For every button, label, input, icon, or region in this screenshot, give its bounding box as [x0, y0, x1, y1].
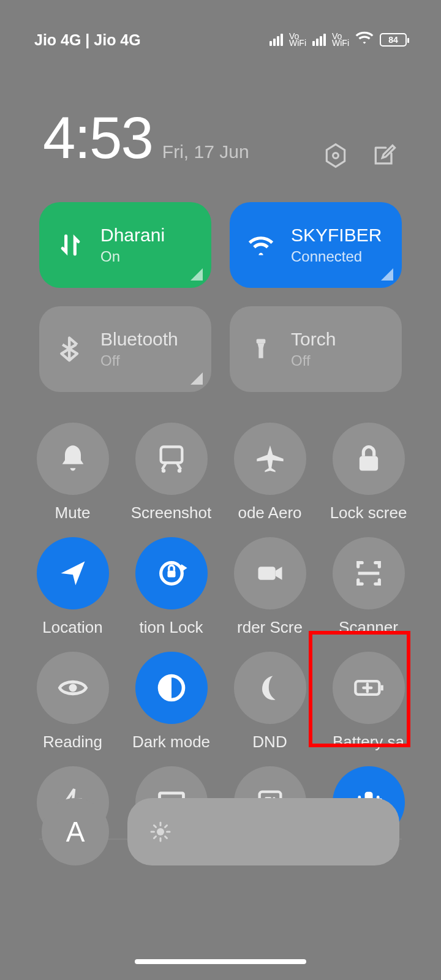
svg-line-24: [154, 826, 156, 827]
svg-point-1: [333, 153, 339, 159]
dark-mode-toggle[interactable]: [135, 652, 208, 724]
tile-title: SKYFIBER: [291, 225, 382, 246]
camera-icon: [254, 557, 286, 589]
scanner-toggle[interactable]: [333, 537, 405, 609]
tile-label: ode Aero: [238, 503, 301, 522]
tile-label: DND: [252, 733, 287, 752]
status-icons: VoWiFi VoWiFi 84: [270, 31, 407, 49]
tile-sub: On: [100, 248, 165, 265]
wide-tiles-grid: Dharani On SKYFIBER Connected Bluetooth …: [0, 190, 441, 404]
eye-icon: [57, 672, 89, 704]
reading-mode-toggle[interactable]: [37, 652, 109, 724]
scanner-icon: [353, 557, 385, 589]
expand-corner-icon: [190, 372, 203, 385]
tile-label: Location: [42, 618, 102, 637]
rotation-lock-toggle[interactable]: [135, 537, 208, 609]
tile-label: tion Lock: [139, 618, 203, 637]
bell-icon: [57, 443, 89, 475]
tile-label: Dark mode: [132, 733, 210, 752]
vowifi-icon-2: VoWiFi: [332, 33, 349, 47]
expand-corner-icon: [381, 268, 393, 281]
svg-line-25: [165, 837, 167, 839]
screenshot-toggle[interactable]: [135, 423, 208, 495]
tile-label: Scanner: [339, 618, 398, 637]
tile-label: rder Scre: [237, 618, 303, 637]
tile-label: Lock scree: [330, 503, 407, 522]
location-icon: [57, 557, 89, 589]
signal-icon-2: [312, 34, 326, 46]
rotation-lock-icon: [156, 557, 187, 589]
home-indicator[interactable]: [135, 959, 306, 964]
tile-title: Dharani: [100, 225, 165, 246]
auto-brightness-button[interactable]: A: [42, 798, 109, 865]
svg-rect-8: [167, 571, 175, 578]
battery-saver-toggle[interactable]: [333, 652, 405, 724]
lockscreen-toggle[interactable]: [333, 423, 405, 495]
svg-rect-3: [160, 447, 182, 463]
screenrecord-toggle[interactable]: [234, 537, 306, 609]
aeroplane-toggle[interactable]: [234, 423, 306, 495]
vowifi-icon: VoWiFi: [289, 33, 306, 47]
dark-mode-icon: [156, 672, 187, 704]
svg-rect-9: [258, 567, 275, 580]
location-toggle[interactable]: [37, 537, 109, 609]
expand-corner-icon: [190, 268, 203, 281]
torch-icon: [244, 336, 277, 363]
tile-title: Bluetooth: [100, 329, 178, 350]
svg-point-19: [157, 828, 164, 835]
tile-label: Screenshot: [131, 503, 212, 522]
svg-point-4: [161, 469, 165, 473]
sun-icon: [149, 821, 172, 843]
svg-line-26: [154, 837, 156, 839]
mute-toggle[interactable]: [37, 423, 109, 495]
lock-icon: [353, 443, 385, 475]
screenshot-icon: [156, 443, 187, 475]
torch-tile[interactable]: Torch Off: [230, 306, 402, 392]
tile-sub: Connected: [291, 248, 382, 265]
brightness-slider[interactable]: [127, 798, 399, 865]
clock-row: 4:53 Fri, 17 Jun: [0, 80, 441, 190]
moon-icon: [254, 672, 286, 704]
tile-label: Mute: [55, 503, 91, 522]
svg-rect-6: [359, 456, 377, 471]
mobile-data-tile[interactable]: Dharani On: [39, 202, 211, 288]
dnd-toggle[interactable]: [234, 652, 306, 724]
round-tiles-grid: Mute Screenshot ode Aero Lock scree Loca…: [0, 404, 441, 839]
svg-rect-14: [380, 685, 383, 691]
wifi-tile[interactable]: SKYFIBER Connected: [230, 202, 402, 288]
edit-icon[interactable]: [371, 142, 398, 172]
bluetooth-icon: [54, 336, 87, 363]
tile-sub: Off: [291, 352, 336, 369]
svg-marker-0: [326, 145, 344, 167]
tile-label: Battery sa: [333, 733, 404, 752]
wifi-icon: [355, 31, 374, 49]
svg-line-27: [165, 826, 167, 827]
clock-time: 4:53: [43, 104, 153, 172]
svg-point-11: [69, 684, 77, 692]
bluetooth-tile[interactable]: Bluetooth Off: [39, 306, 211, 392]
battery-icon: 84: [380, 33, 407, 47]
tile-sub: Off: [100, 352, 178, 369]
tile-title: Torch: [291, 329, 336, 350]
wifi-icon: [244, 232, 277, 258]
battery-plus-icon: [353, 672, 385, 704]
status-bar: Jio 4G | Jio 4G VoWiFi VoWiFi 84: [0, 0, 441, 80]
clock-date: Fri, 17 Jun: [162, 141, 249, 162]
settings-gear-icon[interactable]: [322, 142, 349, 172]
carrier-text: Jio 4G | Jio 4G: [34, 31, 141, 49]
svg-rect-2: [257, 339, 266, 344]
data-icon: [54, 232, 87, 258]
signal-icon: [270, 34, 283, 46]
airplane-icon: [254, 443, 286, 475]
tile-label: Reading: [43, 733, 102, 752]
svg-point-5: [177, 469, 181, 473]
brightness-row: A: [0, 786, 441, 878]
